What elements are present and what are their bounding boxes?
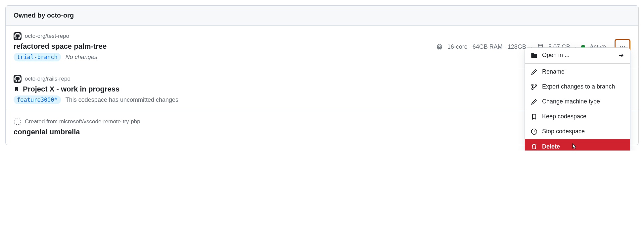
- repo-name[interactable]: octo-org/test-repo: [25, 33, 69, 39]
- arrow-right-icon: [618, 52, 624, 58]
- menu-rename[interactable]: Rename: [525, 64, 630, 79]
- svg-rect-1: [437, 45, 441, 48]
- menu-label: Rename: [542, 68, 565, 75]
- menu-label: Export changes to a branch: [542, 83, 615, 90]
- svg-rect-13: [15, 119, 21, 125]
- github-icon: [14, 32, 22, 40]
- menu-divider: [525, 63, 630, 64]
- svg-point-9: [535, 85, 537, 86]
- trash-icon: [531, 143, 537, 150]
- changes-text: No changes: [66, 54, 97, 61]
- bookmark-icon: [531, 113, 537, 120]
- menu-change-machine[interactable]: Change machine type: [525, 94, 630, 109]
- menu-label: Change machine type: [542, 98, 600, 105]
- svg-point-8: [532, 88, 533, 90]
- cpu-icon: [436, 43, 443, 50]
- bookmark-filled-icon: [14, 86, 20, 92]
- menu-open-in[interactable]: Open in ...: [525, 48, 630, 63]
- codespace-name[interactable]: Project X - work in progress: [23, 85, 119, 93]
- menu-label: Open in ...: [542, 52, 570, 59]
- pencil-icon: [531, 98, 537, 105]
- codespace-name[interactable]: refactored space palm-tree: [14, 42, 107, 51]
- stop-icon: [531, 128, 537, 135]
- codespaces-panel: Owned by octo-org octo-org/test-repo ref…: [5, 5, 639, 145]
- svg-point-3: [538, 44, 543, 46]
- changes-text: This codespace has uncommitted changes: [66, 96, 178, 103]
- codespace-name[interactable]: congenial umbrella: [14, 128, 80, 136]
- menu-delete[interactable]: Delete: [525, 139, 630, 151]
- machine-specs: 16-core · 64GB RAM · 128GB: [447, 43, 526, 50]
- branch-badge[interactable]: feature3000*: [14, 95, 61, 104]
- menu-label: Keep codespace: [542, 113, 586, 120]
- template-icon: [14, 118, 22, 126]
- menu-label: Delete: [542, 143, 560, 150]
- menu-export-branch[interactable]: Export changes to a branch: [525, 79, 630, 94]
- svg-point-7: [532, 84, 533, 86]
- menu-stop-codespace[interactable]: Stop codespace: [525, 124, 630, 139]
- github-icon: [14, 75, 22, 83]
- menu-label: Stop codespace: [542, 128, 585, 135]
- repo-name[interactable]: octo-org/rails-repo: [25, 76, 70, 82]
- git-branch-icon: [531, 84, 537, 90]
- codespace-row: octo-org/test-repo refactored space palm…: [6, 26, 638, 68]
- svg-rect-2: [438, 46, 440, 48]
- panel-header: Owned by octo-org: [6, 6, 638, 26]
- codespace-actions-menu: Open in ... Rename Export changes to a b…: [525, 47, 630, 151]
- folder-icon: [531, 52, 537, 59]
- panel-title: Owned by octo-org: [14, 12, 74, 19]
- repo-name[interactable]: Created from microsoft/vscode-remote-try…: [25, 118, 140, 125]
- cursor-icon: [571, 143, 578, 150]
- menu-keep-codespace[interactable]: Keep codespace: [525, 109, 630, 124]
- pencil-icon: [531, 69, 537, 75]
- branch-badge[interactable]: trial-branch: [14, 53, 61, 61]
